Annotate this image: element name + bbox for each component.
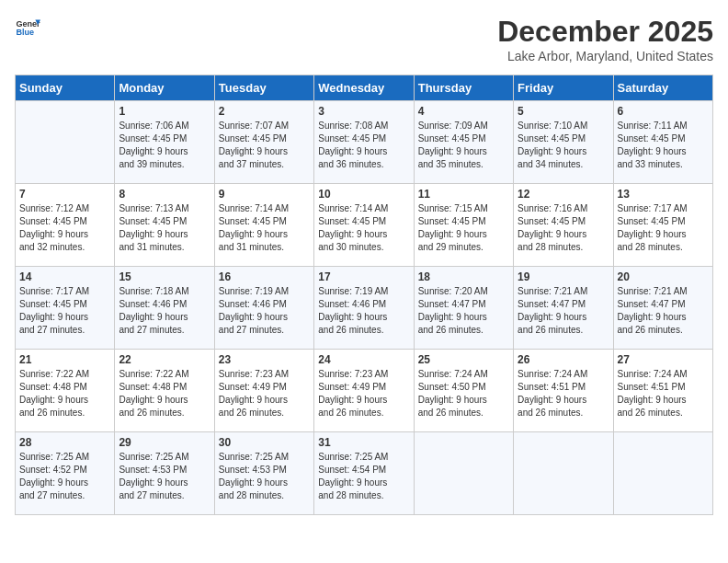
day-number: 21 xyxy=(19,353,110,366)
calendar-cell: 15Sunrise: 7:18 AM Sunset: 4:46 PM Dayli… xyxy=(115,267,214,350)
day-number: 12 xyxy=(518,188,609,201)
day-info: Sunrise: 7:06 AM Sunset: 4:45 PM Dayligh… xyxy=(119,120,210,171)
calendar-cell: 20Sunrise: 7:21 AM Sunset: 4:47 PM Dayli… xyxy=(613,267,712,350)
day-info: Sunrise: 7:19 AM Sunset: 4:46 PM Dayligh… xyxy=(219,285,310,337)
day-info: Sunrise: 7:21 AM Sunset: 4:47 PM Dayligh… xyxy=(618,285,709,337)
day-number: 22 xyxy=(119,353,210,366)
day-info: Sunrise: 7:20 AM Sunset: 4:47 PM Dayligh… xyxy=(418,285,509,337)
day-header-wednesday: Wednesday xyxy=(314,75,414,101)
calendar-week-row: 7Sunrise: 7:12 AM Sunset: 4:45 PM Daylig… xyxy=(16,184,713,267)
day-number: 23 xyxy=(219,353,310,366)
day-info: Sunrise: 7:10 AM Sunset: 4:45 PM Dayligh… xyxy=(518,120,609,171)
day-number: 16 xyxy=(219,270,310,283)
day-info: Sunrise: 7:11 AM Sunset: 4:45 PM Dayligh… xyxy=(618,120,709,171)
day-info: Sunrise: 7:25 AM Sunset: 4:54 PM Dayligh… xyxy=(318,451,409,502)
svg-text:Blue: Blue xyxy=(16,28,34,37)
day-info: Sunrise: 7:24 AM Sunset: 4:51 PM Dayligh… xyxy=(518,368,609,419)
calendar-week-row: 21Sunrise: 7:22 AM Sunset: 4:48 PM Dayli… xyxy=(16,350,713,432)
calendar-cell: 13Sunrise: 7:17 AM Sunset: 4:45 PM Dayli… xyxy=(613,184,712,267)
day-number: 15 xyxy=(119,270,210,283)
calendar-cell: 1Sunrise: 7:06 AM Sunset: 4:45 PM Daylig… xyxy=(115,101,214,184)
day-number: 11 xyxy=(418,188,509,201)
day-info: Sunrise: 7:25 AM Sunset: 4:52 PM Dayligh… xyxy=(19,451,110,502)
subtitle: Lake Arbor, Maryland, United States xyxy=(497,49,713,63)
day-info: Sunrise: 7:17 AM Sunset: 4:45 PM Dayligh… xyxy=(19,285,110,337)
calendar-cell: 9Sunrise: 7:14 AM Sunset: 4:45 PM Daylig… xyxy=(214,184,313,267)
calendar-cell: 5Sunrise: 7:10 AM Sunset: 4:45 PM Daylig… xyxy=(514,101,613,184)
day-number: 25 xyxy=(418,353,509,366)
day-number: 26 xyxy=(518,353,609,366)
day-info: Sunrise: 7:09 AM Sunset: 4:45 PM Dayligh… xyxy=(418,120,509,171)
day-info: Sunrise: 7:13 AM Sunset: 4:45 PM Dayligh… xyxy=(119,202,210,254)
day-number: 5 xyxy=(518,105,609,118)
day-number: 7 xyxy=(19,188,110,201)
calendar-cell: 29Sunrise: 7:25 AM Sunset: 4:53 PM Dayli… xyxy=(115,432,214,515)
calendar-cell: 30Sunrise: 7:25 AM Sunset: 4:53 PM Dayli… xyxy=(214,432,313,515)
day-header-sunday: Sunday xyxy=(16,75,115,101)
day-info: Sunrise: 7:22 AM Sunset: 4:48 PM Dayligh… xyxy=(119,368,210,419)
page-header: General Blue December 2025 Lake Arbor, M… xyxy=(15,15,713,63)
day-info: Sunrise: 7:08 AM Sunset: 4:45 PM Dayligh… xyxy=(318,120,409,171)
day-number: 20 xyxy=(618,270,709,283)
calendar-cell: 31Sunrise: 7:25 AM Sunset: 4:54 PM Dayli… xyxy=(314,432,414,515)
day-number: 14 xyxy=(19,270,110,283)
calendar-week-row: 14Sunrise: 7:17 AM Sunset: 4:45 PM Dayli… xyxy=(16,267,713,350)
day-info: Sunrise: 7:16 AM Sunset: 4:45 PM Dayligh… xyxy=(518,202,609,254)
calendar-week-row: 28Sunrise: 7:25 AM Sunset: 4:52 PM Dayli… xyxy=(16,432,713,515)
day-header-friday: Friday xyxy=(514,75,613,101)
day-info: Sunrise: 7:14 AM Sunset: 4:45 PM Dayligh… xyxy=(219,202,310,254)
calendar-cell: 19Sunrise: 7:21 AM Sunset: 4:47 PM Dayli… xyxy=(514,267,613,350)
calendar-cell: 10Sunrise: 7:14 AM Sunset: 4:45 PM Dayli… xyxy=(314,184,414,267)
day-info: Sunrise: 7:25 AM Sunset: 4:53 PM Dayligh… xyxy=(119,451,210,502)
calendar-cell: 22Sunrise: 7:22 AM Sunset: 4:48 PM Dayli… xyxy=(115,350,214,432)
calendar-cell: 11Sunrise: 7:15 AM Sunset: 4:45 PM Dayli… xyxy=(414,184,513,267)
day-number: 13 xyxy=(618,188,709,201)
day-info: Sunrise: 7:24 AM Sunset: 4:51 PM Dayligh… xyxy=(618,368,709,419)
day-number: 4 xyxy=(418,105,509,118)
title-block: December 2025 Lake Arbor, Maryland, Unit… xyxy=(497,15,713,63)
day-info: Sunrise: 7:12 AM Sunset: 4:45 PM Dayligh… xyxy=(19,202,110,254)
calendar-cell: 25Sunrise: 7:24 AM Sunset: 4:50 PM Dayli… xyxy=(414,350,513,432)
day-header-thursday: Thursday xyxy=(414,75,513,101)
day-number: 6 xyxy=(618,105,709,118)
calendar-week-row: 1Sunrise: 7:06 AM Sunset: 4:45 PM Daylig… xyxy=(16,101,713,184)
day-number: 9 xyxy=(219,188,310,201)
calendar-cell: 26Sunrise: 7:24 AM Sunset: 4:51 PM Dayli… xyxy=(514,350,613,432)
calendar-cell: 7Sunrise: 7:12 AM Sunset: 4:45 PM Daylig… xyxy=(16,184,115,267)
day-info: Sunrise: 7:19 AM Sunset: 4:46 PM Dayligh… xyxy=(318,285,409,337)
calendar-cell xyxy=(414,432,513,515)
calendar-header-row: SundayMondayTuesdayWednesdayThursdayFrid… xyxy=(16,75,713,101)
day-number: 17 xyxy=(318,270,409,283)
calendar-cell: 12Sunrise: 7:16 AM Sunset: 4:45 PM Dayli… xyxy=(514,184,613,267)
day-info: Sunrise: 7:23 AM Sunset: 4:49 PM Dayligh… xyxy=(219,368,310,419)
day-number: 30 xyxy=(219,436,310,449)
day-number: 8 xyxy=(119,188,210,201)
day-number: 19 xyxy=(518,270,609,283)
day-info: Sunrise: 7:25 AM Sunset: 4:53 PM Dayligh… xyxy=(219,451,310,502)
day-number: 31 xyxy=(318,436,409,449)
calendar-cell: 27Sunrise: 7:24 AM Sunset: 4:51 PM Dayli… xyxy=(613,350,712,432)
day-info: Sunrise: 7:14 AM Sunset: 4:45 PM Dayligh… xyxy=(318,202,409,254)
day-number: 10 xyxy=(318,188,409,201)
calendar-cell xyxy=(514,432,613,515)
day-number: 24 xyxy=(318,353,409,366)
day-number: 28 xyxy=(19,436,110,449)
calendar-cell: 16Sunrise: 7:19 AM Sunset: 4:46 PM Dayli… xyxy=(214,267,313,350)
day-info: Sunrise: 7:07 AM Sunset: 4:45 PM Dayligh… xyxy=(219,120,310,171)
day-info: Sunrise: 7:22 AM Sunset: 4:48 PM Dayligh… xyxy=(19,368,110,419)
calendar-cell: 21Sunrise: 7:22 AM Sunset: 4:48 PM Dayli… xyxy=(16,350,115,432)
calendar-cell: 23Sunrise: 7:23 AM Sunset: 4:49 PM Dayli… xyxy=(214,350,313,432)
day-number: 2 xyxy=(219,105,310,118)
calendar-cell: 3Sunrise: 7:08 AM Sunset: 4:45 PM Daylig… xyxy=(314,101,414,184)
calendar-cell: 17Sunrise: 7:19 AM Sunset: 4:46 PM Dayli… xyxy=(314,267,414,350)
calendar-cell: 28Sunrise: 7:25 AM Sunset: 4:52 PM Dayli… xyxy=(16,432,115,515)
calendar-cell: 18Sunrise: 7:20 AM Sunset: 4:47 PM Dayli… xyxy=(414,267,513,350)
calendar-cell: 6Sunrise: 7:11 AM Sunset: 4:45 PM Daylig… xyxy=(613,101,712,184)
calendar-cell: 24Sunrise: 7:23 AM Sunset: 4:49 PM Dayli… xyxy=(314,350,414,432)
calendar-cell: 4Sunrise: 7:09 AM Sunset: 4:45 PM Daylig… xyxy=(414,101,513,184)
day-header-tuesday: Tuesday xyxy=(214,75,313,101)
calendar-cell xyxy=(16,101,115,184)
day-info: Sunrise: 7:21 AM Sunset: 4:47 PM Dayligh… xyxy=(518,285,609,337)
calendar-cell: 2Sunrise: 7:07 AM Sunset: 4:45 PM Daylig… xyxy=(214,101,313,184)
day-number: 29 xyxy=(119,436,210,449)
